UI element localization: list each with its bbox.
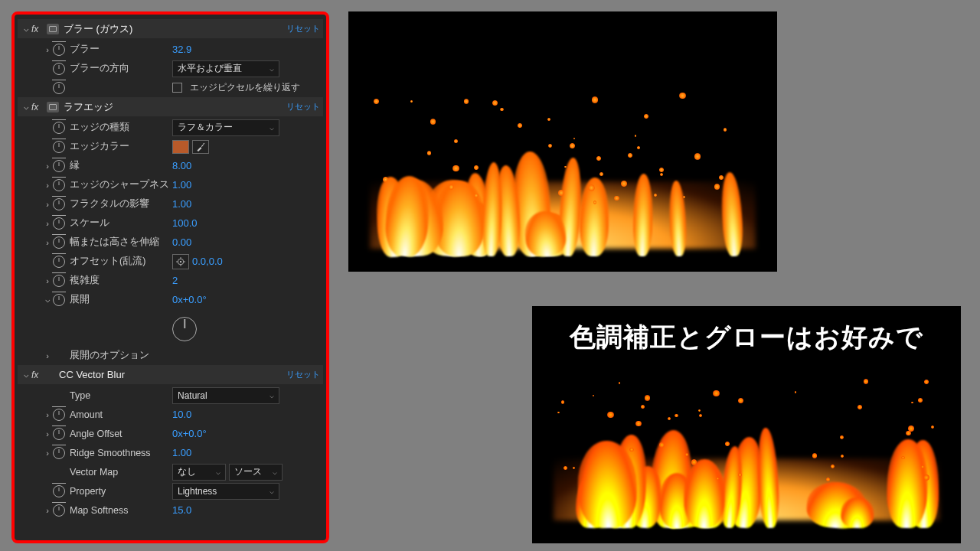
prop-value[interactable]: 0x+0.0° xyxy=(172,428,207,439)
prop-label: Vector Map xyxy=(70,467,169,478)
prop-scale: › スケール 100.0 xyxy=(18,214,323,233)
prop-value[interactable]: 0.0,0.0 xyxy=(192,256,223,267)
chevron-down-icon[interactable]: ⌵ xyxy=(42,295,53,305)
prop-value[interactable]: 10.0 xyxy=(172,409,191,420)
prop-angle-offset: › Angle Offset 0x+0.0° xyxy=(18,424,323,443)
prop-value[interactable]: 32.9 xyxy=(172,44,191,55)
prop-edge-sharpness: › エッジのシャープネス 1.00 xyxy=(18,175,323,194)
prop-repeat-edge: エッジピクセルを繰り返す xyxy=(18,78,323,97)
prop-value[interactable]: 0.00 xyxy=(172,236,191,248)
reset-link[interactable]: リセット xyxy=(286,369,320,380)
preset-icon[interactable] xyxy=(47,24,59,34)
effects-panel: ⌵ fx ブラー (ガウス) リセット › ブラー 32.9 ブラーの方向 水平… xyxy=(11,11,329,543)
stopwatch-icon[interactable] xyxy=(53,44,65,56)
prop-label: 幅または高さを伸縮 xyxy=(70,236,169,249)
chevron-down-icon[interactable]: ⌵ xyxy=(21,24,31,34)
chevron-right-icon[interactable]: › xyxy=(42,181,53,190)
type-dropdown[interactable]: Natural ⌵ xyxy=(172,387,279,404)
stopwatch-icon[interactable] xyxy=(53,275,65,287)
prop-label: エッジのシャープネス xyxy=(70,178,169,191)
stopwatch-icon[interactable] xyxy=(53,217,65,230)
prop-vector-map: Vector Map なし ⌵ ソース ⌵ xyxy=(18,462,323,481)
prop-label: Amount xyxy=(70,409,169,420)
prop-label: Angle Offset xyxy=(70,429,169,439)
effect-header-gaussian-blur[interactable]: ⌵ fx ブラー (ガウス) リセット xyxy=(18,19,323,38)
svg-point-1 xyxy=(180,260,181,262)
edge-type-dropdown[interactable]: ラフ＆カラー ⌵ xyxy=(172,119,279,136)
property-dropdown[interactable]: Lightness ⌵ xyxy=(172,483,279,500)
edge-color-swatch[interactable] xyxy=(172,140,189,154)
stopwatch-icon[interactable] xyxy=(53,63,65,75)
prop-evolution-options: › 展開のオプション xyxy=(18,346,323,365)
chevron-right-icon[interactable]: › xyxy=(42,448,53,458)
chevron-right-icon[interactable]: › xyxy=(42,219,53,228)
vector-map-source-dropdown[interactable]: ソース ⌵ xyxy=(229,464,283,481)
chevron-down-icon: ⌵ xyxy=(270,487,274,495)
stopwatch-icon[interactable] xyxy=(53,256,65,268)
chevron-right-icon[interactable]: › xyxy=(42,276,53,285)
chevron-right-icon[interactable]: › xyxy=(42,200,53,209)
vector-map-dropdown[interactable]: なし ⌵ xyxy=(172,464,226,481)
chevron-right-icon[interactable]: › xyxy=(42,351,53,360)
prop-label: 展開のオプション xyxy=(70,349,320,362)
prop-value[interactable]: 1.00 xyxy=(172,198,191,210)
chevron-right-icon[interactable]: › xyxy=(42,429,53,439)
reset-link[interactable]: リセット xyxy=(286,101,320,112)
stopwatch-icon[interactable] xyxy=(53,160,65,172)
chevron-right-icon[interactable]: › xyxy=(42,45,53,54)
prop-value[interactable]: 0x+0.0° xyxy=(172,294,207,305)
stopwatch-icon[interactable] xyxy=(53,122,65,134)
stopwatch-icon[interactable] xyxy=(53,179,65,191)
preset-icon[interactable] xyxy=(47,102,59,112)
repeat-edge-checkbox[interactable] xyxy=(172,83,182,93)
reset-link[interactable]: リセット xyxy=(286,23,320,34)
prop-label: エッジの種類 xyxy=(70,121,169,134)
prop-value[interactable]: 1.00 xyxy=(172,447,191,458)
stopwatch-icon[interactable] xyxy=(53,82,65,94)
prop-value[interactable]: 8.00 xyxy=(172,160,191,171)
stopwatch-icon[interactable] xyxy=(53,294,65,306)
chevron-down-icon[interactable]: ⌵ xyxy=(21,370,31,380)
stopwatch-icon[interactable] xyxy=(53,198,65,210)
chevron-down-icon: ⌵ xyxy=(270,123,274,132)
prop-label: 展開 xyxy=(70,293,169,306)
prop-blur-direction: ブラーの方向 水平および垂直 ⌵ xyxy=(18,59,323,78)
chevron-right-icon[interactable]: › xyxy=(42,161,53,171)
chevron-down-icon: ⌵ xyxy=(270,64,274,73)
stopwatch-icon[interactable] xyxy=(53,409,65,421)
prop-evolution-dial xyxy=(18,309,323,346)
prop-label: Ridge Smoothness xyxy=(70,448,169,458)
chevron-right-icon[interactable]: › xyxy=(42,506,53,515)
prop-label: Map Softness xyxy=(70,505,169,516)
prop-label: ブラー xyxy=(70,43,169,56)
effect-name: ブラー (ガウス) xyxy=(64,22,286,36)
prop-value[interactable]: 100.0 xyxy=(172,217,198,229)
prop-label: スケール xyxy=(70,217,169,230)
angle-dial[interactable] xyxy=(172,317,197,341)
prop-blur: › ブラー 32.9 xyxy=(18,40,323,59)
stopwatch-icon[interactable] xyxy=(53,485,65,497)
prop-label: エッジカラー xyxy=(70,140,169,153)
chevron-right-icon[interactable]: › xyxy=(42,410,53,419)
prop-offset-turbulence: オフセット(乱流) 0.0,0.0 xyxy=(18,252,323,271)
chevron-down-icon[interactable]: ⌵ xyxy=(21,102,31,112)
prop-value[interactable]: 2 xyxy=(172,275,178,286)
prop-border: › 縁 8.00 xyxy=(18,156,323,175)
stopwatch-icon[interactable] xyxy=(53,447,65,459)
prop-value[interactable]: 1.00 xyxy=(172,179,191,191)
eyedropper-icon[interactable] xyxy=(192,140,209,154)
direction-dropdown[interactable]: 水平および垂直 ⌵ xyxy=(172,60,279,77)
stopwatch-icon[interactable] xyxy=(53,428,65,440)
prop-fractal-influence: › フラクタルの影響 1.00 xyxy=(18,194,323,214)
fire-graphic xyxy=(532,374,961,529)
effect-header-cc-vector-blur[interactable]: ⌵ fx CC Vector Blur リセット xyxy=(18,365,323,384)
stopwatch-icon[interactable] xyxy=(53,504,65,517)
crosshair-icon[interactable] xyxy=(172,254,189,269)
stopwatch-icon[interactable] xyxy=(53,141,65,153)
stopwatch-icon[interactable] xyxy=(53,236,65,249)
effect-name: ラフエッジ xyxy=(64,100,286,114)
chevron-right-icon[interactable]: › xyxy=(42,238,53,247)
prop-value[interactable]: 15.0 xyxy=(172,504,191,516)
chevron-down-icon: ⌵ xyxy=(216,468,220,476)
effect-header-roughen-edges[interactable]: ⌵ fx ラフエッジ リセット xyxy=(18,97,323,116)
